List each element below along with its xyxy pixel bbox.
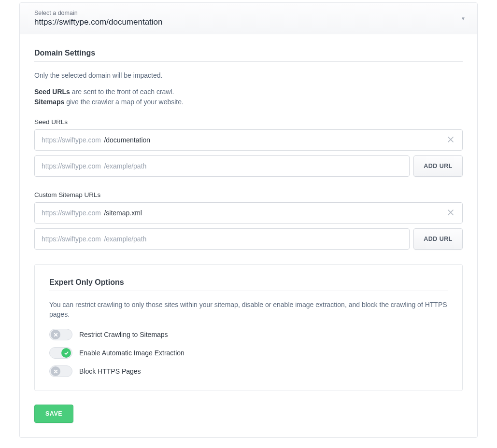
section-title: Domain Settings — [34, 49, 463, 62]
seed-url-input-wrap[interactable]: https://swiftype.com /documentation — [34, 129, 463, 151]
sitemap-url-row: https://swiftype.com /sitemap.xml — [34, 202, 463, 224]
toggle-row-block-https: Block HTTPS Pages — [49, 365, 448, 377]
seed-url-add-row: https://swiftype.com ADD URL — [34, 155, 463, 177]
sitemap-url-input-wrap[interactable]: https://swiftype.com /sitemap.xml — [34, 202, 463, 224]
seed-urls-desc: are sent to the front of each crawl. — [70, 88, 174, 96]
x-icon — [51, 366, 60, 376]
url-prefix: https://swiftype.com — [42, 136, 101, 144]
panel-body: Domain Settings Only the selected domain… — [20, 34, 477, 437]
check-icon — [61, 348, 71, 358]
add-seed-url-button[interactable]: ADD URL — [413, 155, 463, 177]
url-prefix: https://swiftype.com — [42, 235, 101, 243]
sitemaps-desc: give the crawler a map of your website. — [64, 98, 184, 106]
close-icon[interactable] — [446, 134, 455, 146]
sitemap-urls-group: Custom Sitemap URLs https://swiftype.com… — [34, 191, 463, 250]
expert-title: Expert Only Options — [49, 278, 448, 291]
section-subtitle: Only the selected domain will be impacte… — [34, 70, 463, 80]
sitemap-url-input[interactable] — [104, 235, 402, 243]
domain-selector-value: https://swiftype.com/documentation — [34, 17, 463, 27]
url-prefix: https://swiftype.com — [42, 209, 101, 217]
chevron-down-icon: ▼ — [461, 16, 466, 21]
toggle-label: Block HTTPS Pages — [79, 367, 141, 375]
toggle-block-https[interactable] — [49, 365, 72, 377]
expert-options-panel: Expert Only Options You can restrict cra… — [34, 264, 463, 392]
seed-urls-strong: Seed URLs — [34, 88, 70, 96]
toggle-image-extraction[interactable] — [49, 347, 72, 359]
sitemap-url-add-row: https://swiftype.com ADD URL — [34, 228, 463, 250]
toggle-row-restrict-crawling: Restrict Crawling to Sitemaps — [49, 329, 448, 340]
seed-url-new-input-wrap[interactable]: https://swiftype.com — [34, 155, 410, 177]
toggle-row-image-extraction: Enable Automatic Image Extraction — [49, 347, 448, 359]
seed-urls-group: Seed URLs https://swiftype.com /document… — [34, 118, 463, 177]
domain-selector[interactable]: Select a domain https://swiftype.com/doc… — [20, 3, 477, 34]
sitemaps-strong: Sitemaps — [34, 98, 64, 106]
domain-selector-label: Select a domain — [34, 10, 463, 16]
toggle-label: Enable Automatic Image Extraction — [79, 349, 185, 357]
save-button[interactable]: SAVE — [34, 405, 73, 423]
sitemap-url-path: /sitemap.xml — [104, 209, 142, 217]
toggle-label: Restrict Crawling to Sitemaps — [79, 331, 168, 338]
seed-url-row: https://swiftype.com /documentation — [34, 129, 463, 151]
sitemap-urls-heading: Custom Sitemap URLs — [34, 191, 463, 198]
x-icon — [51, 330, 60, 339]
toggle-restrict-crawling[interactable] — [49, 329, 72, 340]
add-sitemap-url-button[interactable]: ADD URL — [413, 228, 463, 250]
toggles-wrap: Restrict Crawling to Sitemaps Enable Aut… — [49, 329, 448, 377]
settings-panel: Select a domain https://swiftype.com/doc… — [19, 2, 478, 438]
seed-url-path: /documentation — [104, 136, 150, 144]
expert-desc: You can restrict crawling to only those … — [49, 300, 448, 320]
seed-url-input[interactable] — [104, 162, 402, 170]
url-prefix: https://swiftype.com — [42, 162, 101, 170]
seed-urls-heading: Seed URLs — [34, 118, 463, 126]
sitemap-url-new-input-wrap[interactable]: https://swiftype.com — [34, 228, 410, 250]
section-description: Seed URLs are sent to the front of each … — [34, 87, 463, 107]
close-icon[interactable] — [446, 207, 455, 219]
